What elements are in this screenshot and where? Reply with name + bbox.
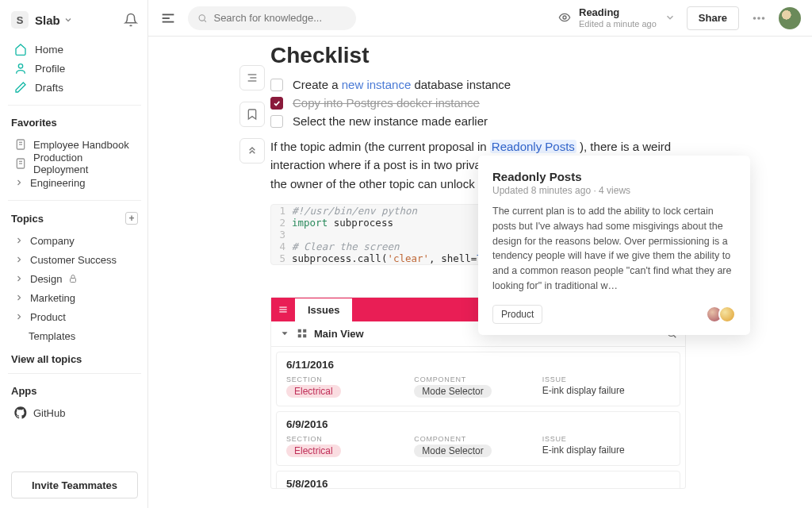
issues-menu-icon[interactable] (271, 304, 295, 315)
search-icon (197, 13, 207, 24)
task-row[interactable]: Create a new instance database instance (270, 78, 799, 91)
section-badge: Electrical (286, 385, 341, 398)
svg-rect-26 (298, 334, 301, 337)
issue-card[interactable]: 5/8/2016 SECTION COMPONENT ISSUE (276, 471, 680, 488)
grid-icon (297, 328, 308, 339)
nav-drafts[interactable]: Drafts (11, 78, 138, 97)
status-block[interactable]: Reading Edited a minute ago (558, 7, 676, 28)
topic-item-design[interactable]: Design (11, 269, 138, 288)
hover-body: The current plan is to add the ability t… (492, 204, 736, 294)
link-hover-card: Readonly Posts Updated 8 minutes ago · 4… (478, 156, 750, 335)
document: Checklist Create a new instance database… (148, 37, 799, 508)
checkbox-checked[interactable] (270, 97, 283, 110)
svg-rect-7 (71, 279, 76, 283)
svg-rect-24 (298, 329, 301, 333)
chevron-right-icon (14, 312, 24, 321)
topic-item-templates[interactable]: Templates (11, 326, 138, 345)
more-icon[interactable] (750, 10, 768, 27)
page-title: Checklist (270, 43, 799, 68)
svg-point-11 (199, 14, 205, 20)
checkbox[interactable] (270, 115, 283, 128)
caret-down-icon[interactable] (279, 328, 290, 339)
topic-label: Templates (29, 330, 75, 342)
task-row[interactable]: Select the new instance made earlier (270, 114, 799, 128)
chevron-right-icon (14, 255, 24, 264)
svg-point-0 (18, 64, 22, 68)
issue-card[interactable]: 6/9/2016 SECTIONElectrical COMPONENTMode… (276, 411, 680, 466)
doc-icon (14, 157, 27, 170)
readonly-posts-link[interactable]: Readonly Posts (490, 140, 576, 153)
avatar[interactable] (779, 7, 801, 29)
svg-marker-23 (282, 333, 288, 336)
app-github[interactable]: GitHub (11, 403, 138, 422)
task-row[interactable]: Copy into Postgres docker instance (270, 96, 799, 110)
lock-icon (68, 274, 78, 283)
issue-date: 6/9/2016 (286, 418, 670, 430)
topic-label: Product (30, 311, 66, 323)
view-all-topics[interactable]: View all topics (11, 353, 138, 365)
favorite-label: Employee Handbook (33, 139, 129, 151)
drafts-icon (14, 81, 27, 94)
chevron-down-icon (665, 12, 676, 23)
task-text: Copy into Postgres docker instance (293, 96, 480, 110)
favorite-item[interactable]: Engineering (11, 173, 138, 192)
search-input[interactable] (213, 12, 347, 24)
bell-icon[interactable] (124, 13, 138, 27)
task-link[interactable]: new instance (342, 78, 412, 91)
hover-title: Readonly Posts (492, 170, 736, 183)
main-column: Reading Edited a minute ago Share Checkl… (148, 0, 812, 508)
status-label: Reading (579, 7, 657, 18)
invite-teammates-button[interactable]: Invite Teammates (11, 471, 138, 498)
nav-home[interactable]: Home (11, 40, 138, 59)
hover-meta: Updated 8 minutes ago · 4 views (492, 185, 736, 196)
home-icon (14, 43, 27, 56)
avatar (718, 306, 736, 323)
add-topic-button[interactable]: + (125, 212, 138, 225)
topic-item-company[interactable]: Company (11, 231, 138, 250)
search-bar[interactable] (188, 6, 356, 30)
chevron-right-icon (14, 178, 24, 187)
nav-profile[interactable]: Profile (11, 59, 138, 78)
favorite-label: Production Deployment (33, 152, 135, 175)
svg-point-13 (563, 16, 566, 19)
share-button[interactable]: Share (687, 6, 739, 30)
section-badge: Electrical (286, 444, 341, 457)
document-area: Checklist Create a new instance database… (148, 37, 812, 508)
topic-item-cs[interactable]: Customer Success (11, 250, 138, 269)
apps-heading: Apps (11, 385, 138, 397)
chevron-down-icon (63, 15, 73, 25)
topic-item-marketing[interactable]: Marketing (11, 288, 138, 307)
topics-heading: Topics + (11, 212, 138, 225)
topic-item-product[interactable]: Product (11, 307, 138, 326)
topic-label: Design (30, 273, 62, 285)
workspace-switcher[interactable]: S Slab (11, 11, 138, 29)
task-text: Create a new instance database instance (293, 78, 511, 91)
issues-body[interactable]: 6/11/2016 SECTIONElectrical COMPONENTMod… (271, 347, 685, 488)
menu-icon[interactable] (159, 10, 177, 27)
chevron-right-icon (14, 293, 24, 302)
chevron-right-icon (14, 274, 24, 283)
profile-icon (14, 62, 27, 75)
issue-date: 5/8/2016 (286, 478, 670, 488)
svg-point-15 (757, 17, 760, 20)
issue-value: E-ink display failure (542, 444, 670, 456)
topic-label: Customer Success (30, 254, 117, 266)
issue-card[interactable]: 6/11/2016 SECTIONElectrical COMPONENTMod… (276, 352, 680, 406)
issue-value: E-ink display failure (542, 385, 670, 396)
chevron-right-icon (14, 236, 24, 245)
nav-profile-label: Profile (35, 63, 65, 75)
eye-icon (558, 11, 571, 24)
topic-label: Company (30, 235, 75, 247)
hover-tag[interactable]: Product (492, 305, 542, 324)
workspace-name[interactable]: Slab (35, 13, 73, 27)
doc-icon (14, 138, 27, 151)
checkbox[interactable] (270, 79, 283, 91)
issues-view-name[interactable]: Main View (314, 328, 364, 340)
workspace-logo: S (11, 11, 29, 29)
svg-rect-27 (303, 334, 306, 337)
favorite-item[interactable]: Production Deployment (11, 154, 138, 173)
nav-home-label: Home (35, 44, 63, 56)
issues-tab[interactable]: Issues (295, 298, 352, 321)
github-icon (14, 406, 27, 419)
primary-nav: Home Profile Drafts (11, 40, 138, 97)
